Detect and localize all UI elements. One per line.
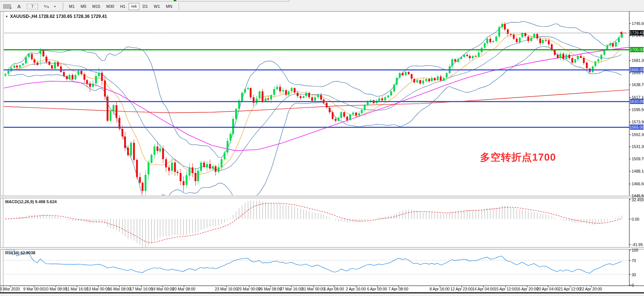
price-tick-label: 1573.90 [632, 120, 644, 124]
price-tick-label: 1466.50 [632, 182, 644, 186]
main-toolbar: F A T ⇖⇘ ▾ M1M5M15M30H1H4D1W1MN [0, 1, 644, 11]
timeframe-button-mn[interactable]: MN [163, 3, 175, 10]
price-line-badge: 1700.00 [630, 47, 644, 52]
timeframe-button-w1[interactable]: W1 [151, 3, 163, 10]
text-label-icon[interactable]: T [27, 4, 38, 9]
bottom-dock-edge [0, 292, 644, 293]
timeframe-buttons: M1M5M15M30H1H4D1W1MN [66, 3, 175, 10]
price-line-badge: 1665.00 [630, 67, 644, 72]
chart-left-border [3, 11, 3, 293]
draw-arrows-icon[interactable]: ⇖⇘ [42, 3, 50, 10]
rsi-axis-label: 0 [632, 283, 634, 287]
panel-splitter-macd[interactable] [0, 196, 644, 198]
price-tick-label: 1595.50 [632, 107, 644, 112]
timeframe-button-h1[interactable]: H1 [117, 3, 128, 10]
timeframe-button-m30[interactable]: M30 [104, 3, 117, 10]
price-tick-label: 1509.70 [632, 157, 644, 161]
window-left-frame [0, 11, 1, 293]
toolbar-grip[interactable] [63, 3, 63, 10]
price-line-badge: 1610.00 [630, 99, 644, 104]
chart-title: ▼XAUUSD-,H4 1728.62 1730.65 1728.36 1729… [5, 14, 107, 19]
price-line-badge: 1565.00 [630, 125, 644, 130]
time-axis-label: 20 Mar 08:00 [167, 287, 201, 291]
current-price-badge: 1729.41 [630, 30, 644, 35]
macd-axis-label: 32.459 [632, 198, 644, 202]
timeframe-button-d1[interactable]: D1 [140, 3, 151, 10]
price-tick-label: 1531.30 [632, 144, 644, 149]
macd-axis-label: 0.00 [632, 217, 639, 221]
rsi-axis-label: 30 [632, 273, 636, 277]
chevron-down-icon[interactable]: ▾ [51, 3, 59, 10]
price-tick-label: 1488.10 [632, 169, 644, 173]
panel-splitter-rsi[interactable] [0, 247, 644, 250]
chart-annotation-text[interactable]: 多空转折点1700 [480, 151, 556, 164]
chart-canvas[interactable] [0, 0, 644, 296]
timeframe-button-m5[interactable]: M5 [78, 3, 89, 10]
price-tick-label: 1552.30 [632, 132, 644, 137]
collapse-triangle-icon[interactable]: ▼ [5, 15, 8, 18]
rsi-axis-label: 70 [632, 258, 636, 263]
timeframe-button-m1[interactable]: M1 [66, 3, 77, 10]
price-tick-label: 1681.30 [632, 58, 644, 63]
macd-axis-label: -41.95 [632, 242, 643, 247]
macd-label: MACD(12,26,9) 9.498 5.624 [5, 199, 57, 204]
toolbar-separator [177, 3, 179, 10]
price-tick-label: 1745.50 [632, 21, 644, 26]
timeframe-button-m15[interactable]: M15 [90, 3, 103, 10]
status-green-indicator [174, 0, 176, 1]
rsi-label: RSI(14) 62.8038 [5, 251, 35, 255]
rsi-axis-label: 100 [632, 248, 638, 252]
crosshair-grid-icon-letter: F [10, 7, 12, 10]
time-axis-label: 22 Apr 20:00 [574, 287, 608, 291]
chart-title-text: XAUUSD-,H4 1728.62 1730.65 1728.36 1729.… [10, 14, 107, 19]
text-annotation-icon[interactable]: A [15, 3, 23, 10]
metatrader-window: F A T ⇖⇘ ▾ M1M5M15M30H1H4D1W1MN ▼XAUUSD-… [0, 0, 644, 296]
crosshair-grid-icon[interactable]: F [3, 4, 11, 9]
time-axis-label: 7 Apr 08:00 [382, 287, 415, 291]
timeframe-button-h4[interactable]: H4 [129, 3, 139, 10]
price-tick-label: 1638.70 [632, 82, 644, 87]
